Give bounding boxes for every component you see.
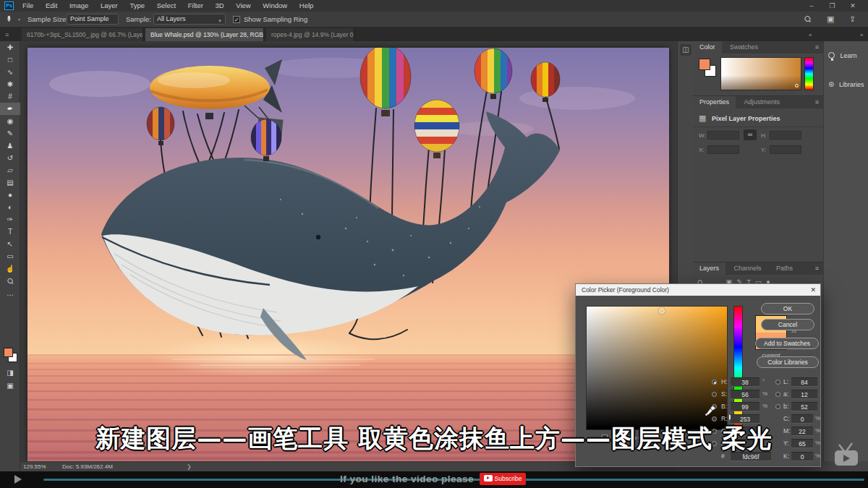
menu-window[interactable]: Window — [258, 0, 292, 12]
restore-icon[interactable]: ❐ — [822, 0, 841, 12]
width-field[interactable] — [707, 131, 739, 140]
eyedropper-tool-selected[interactable]: ✒ — [0, 103, 20, 115]
quick-mask-icon[interactable]: ◨ — [0, 367, 20, 379]
panel-menu-icon[interactable]: ≡ — [815, 262, 819, 275]
shape-tool[interactable]: ▭ — [0, 250, 20, 262]
r-field[interactable]: 253 — [731, 414, 760, 424]
menu-image[interactable]: Image — [64, 0, 93, 12]
s-field[interactable]: 56 — [731, 390, 760, 399]
play-icon[interactable] — [14, 475, 22, 484]
h-radio[interactable] — [712, 380, 717, 385]
tv-watermark-icon[interactable] — [832, 442, 861, 467]
pen-tool[interactable]: ✑ — [0, 213, 20, 226]
tab-adjustments[interactable]: Adjustments — [738, 96, 787, 108]
b2-field[interactable] — [731, 439, 760, 448]
spot-healing-tool[interactable]: ◉ — [0, 115, 20, 127]
zoom-level[interactable]: 129.55% — [23, 462, 46, 471]
show-sampling-ring-checkbox[interactable]: ✓ — [233, 16, 240, 23]
panel-menu-icon[interactable]: ≡ — [815, 96, 819, 108]
tab-paths[interactable]: Paths — [770, 262, 799, 275]
foreground-color-swatch[interactable] — [4, 348, 13, 357]
c-field[interactable]: 0 — [791, 414, 813, 424]
s-radio[interactable] — [712, 392, 717, 397]
menu-help[interactable]: Help — [294, 0, 319, 12]
type-tool[interactable]: T — [0, 226, 20, 238]
minimize-icon[interactable]: – — [802, 0, 821, 12]
menu-type[interactable]: Type — [124, 0, 150, 12]
hue-strip[interactable] — [804, 57, 814, 90]
close-icon[interactable]: ✕ — [843, 0, 862, 12]
menu-view[interactable]: View — [231, 0, 255, 12]
sample-size-dropdown[interactable]: Point Sample▼ — [67, 14, 119, 25]
collapse-dock-icon[interactable]: « — [809, 32, 812, 38]
clone-stamp-tool[interactable]: ♟ — [0, 140, 20, 152]
tab-layers[interactable]: Layers — [693, 262, 726, 275]
tab-properties[interactable]: Properties — [693, 96, 736, 108]
g-radio[interactable] — [712, 429, 717, 434]
path-selection-tool[interactable]: ↖ — [0, 238, 20, 250]
lasso-tool[interactable]: ∿ — [0, 66, 20, 78]
x-field[interactable] — [707, 145, 739, 154]
panel-foreground-swatch[interactable] — [699, 59, 710, 70]
link-dimensions-icon[interactable]: ∞ — [744, 129, 757, 140]
sample-dropdown[interactable]: All Layers▼ — [153, 14, 226, 25]
quick-selection-tool[interactable]: ✱ — [0, 78, 20, 90]
k-field[interactable]: 0 — [791, 452, 813, 461]
l-radio[interactable] — [775, 380, 780, 385]
height-field[interactable] — [770, 131, 801, 140]
g-field[interactable] — [731, 427, 760, 436]
y-field[interactable] — [770, 145, 801, 154]
m-field[interactable]: 22 — [791, 427, 813, 436]
document-canvas[interactable] — [27, 48, 669, 461]
tab-bar-menu-icon[interactable]: ≡ — [5, 31, 9, 38]
brush-tool[interactable]: ✎ — [0, 127, 20, 140]
tab-channels[interactable]: Channels — [728, 262, 768, 275]
b-lab-field[interactable]: 52 — [791, 402, 817, 411]
color-field-marker[interactable] — [659, 308, 665, 314]
libraries-panel-button[interactable]: ⊛ Libraries — [828, 80, 866, 109]
collapse-rail-icon[interactable]: « — [860, 32, 863, 38]
menu-select[interactable]: Select — [152, 0, 181, 12]
a-radio[interactable] — [775, 392, 780, 397]
menu-file[interactable]: File — [17, 0, 38, 12]
move-tool[interactable]: ✚ — [0, 41, 20, 53]
h-field[interactable]: 38 — [731, 377, 760, 387]
status-chevron-icon[interactable]: ❯ — [187, 462, 192, 471]
collapsed-panel-icon[interactable]: ◫ — [680, 44, 692, 56]
r-radio[interactable] — [712, 416, 717, 421]
l-field[interactable]: 84 — [791, 377, 817, 387]
search-icon[interactable]: Ϙ — [802, 14, 813, 25]
dialog-close-icon[interactable]: ✕ — [810, 284, 816, 296]
b-field[interactable]: 99 — [731, 402, 760, 411]
tab-document-1[interactable]: 6170b-+3ipL_SL1500_.jpg @ 66.7% (Layer 0… — [22, 28, 143, 41]
a-field[interactable]: 12 — [791, 390, 817, 399]
ok-button[interactable]: OK — [761, 303, 814, 314]
menu-3d[interactable]: 3D — [210, 0, 229, 12]
b-lab-radio[interactable] — [775, 404, 780, 409]
panel-menu-icon[interactable]: ≡ — [815, 41, 819, 53]
eyedropper-tool-icon[interactable]: ✒ — [4, 15, 14, 22]
y-field[interactable]: 65 — [791, 439, 813, 448]
tab-document-2-active[interactable]: Blue Whale.psd @ 130% (Layer 28, RGB/8#)… — [145, 28, 264, 41]
tab-document-3[interactable]: ropes-4.jpg @ 14.9% (Layer 0, RGB/8) *✕ — [266, 28, 354, 41]
dialog-title[interactable]: Color Picker (Foreground Color) — [576, 284, 820, 296]
tool-preset-caret-icon[interactable]: ▼ — [17, 17, 21, 22]
hex-field[interactable]: fdc96f — [731, 452, 771, 461]
menu-edit[interactable]: Edit — [41, 0, 62, 12]
tab-swatches[interactable]: Swatches — [723, 41, 765, 53]
only-web-colors-checkbox[interactable] — [602, 435, 608, 440]
gradient-tool[interactable]: ▤ — [0, 176, 20, 189]
blur-tool[interactable]: ● — [0, 189, 20, 201]
subscribe-button[interactable]: Subscribe — [480, 473, 526, 485]
workspace-icon[interactable]: ▣ — [827, 14, 834, 24]
screen-mode-icon[interactable]: ▣ — [0, 380, 20, 392]
learn-panel-button[interactable]: Learn — [828, 51, 866, 80]
share-icon[interactable]: ⇪ — [849, 14, 856, 24]
tab-color[interactable]: Color — [693, 41, 722, 53]
menu-layer[interactable]: Layer — [95, 0, 123, 12]
add-to-swatches-button[interactable]: Add to Swatches — [755, 338, 819, 349]
color-libraries-button[interactable]: Color Libraries — [757, 356, 819, 368]
dodge-tool[interactable]: ◐ — [0, 201, 20, 213]
color-gradient-field[interactable] — [720, 57, 801, 90]
marquee-tool[interactable]: □ — [0, 53, 20, 66]
